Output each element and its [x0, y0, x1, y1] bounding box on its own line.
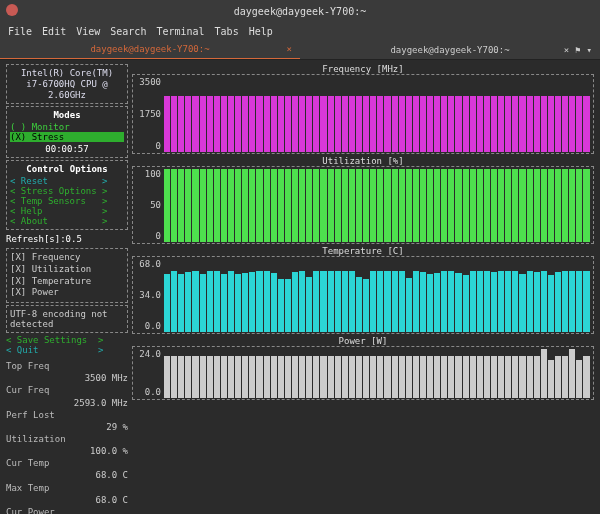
bar — [441, 271, 447, 332]
menu-help[interactable]: Help — [249, 26, 273, 37]
ctrl-tempsensors[interactable]: < Temp Sensors > — [10, 196, 124, 206]
bar — [498, 169, 504, 242]
save-settings[interactable]: < Save Settings > — [6, 335, 128, 345]
tab-1[interactable]: daygeek@daygeek-Y700:~ × — [0, 40, 300, 59]
menu-edit[interactable]: Edit — [42, 26, 66, 37]
bar — [420, 169, 426, 242]
tab-2[interactable]: daygeek@daygeek-Y700:~ × ⚑ ▾ — [300, 40, 600, 59]
bar — [178, 274, 184, 332]
bar — [512, 96, 518, 152]
bar — [200, 274, 206, 332]
bookmark-icon[interactable]: ⚑ — [575, 45, 580, 55]
bar — [342, 271, 348, 332]
bar — [356, 356, 362, 398]
bar — [527, 96, 533, 152]
bar — [477, 356, 483, 398]
bar — [342, 356, 348, 398]
mode-stress[interactable]: (X) Stress — [10, 132, 124, 142]
ctrl-help[interactable]: < Help > — [10, 206, 124, 216]
bar — [299, 356, 305, 398]
bar — [427, 356, 433, 398]
ctrl-reset[interactable]: < Reset > — [10, 176, 124, 186]
bar — [264, 169, 270, 242]
stat-value: 29 % — [6, 421, 128, 433]
y-axis: 24.00.0 — [133, 347, 163, 399]
bar — [349, 96, 355, 152]
bar — [477, 169, 483, 242]
bar — [164, 274, 170, 332]
bar — [235, 274, 241, 332]
bar — [448, 96, 454, 152]
bar — [498, 356, 504, 398]
ctrl-stress[interactable]: < Stress Options > — [10, 186, 124, 196]
bar — [512, 356, 518, 398]
ctrl-about[interactable]: < About > — [10, 216, 124, 226]
menu-view[interactable]: View — [76, 26, 100, 37]
bar — [583, 169, 589, 242]
bar — [264, 356, 270, 398]
bar — [249, 356, 255, 398]
bar — [328, 271, 334, 332]
menubar: File Edit View Search Terminal Tabs Help — [0, 22, 600, 40]
menu-search[interactable]: Search — [110, 26, 146, 37]
bar — [477, 271, 483, 332]
bar — [221, 169, 227, 242]
close-tab-icon[interactable]: × — [564, 45, 569, 55]
bar — [306, 169, 312, 242]
bar — [285, 279, 291, 332]
y-axis: 68.034.00.0 — [133, 257, 163, 333]
bar — [320, 169, 326, 242]
bar — [583, 96, 589, 152]
bar — [555, 169, 561, 242]
bar — [271, 356, 277, 398]
chart-title: Temperature [C] — [132, 246, 594, 256]
bar — [534, 169, 540, 242]
menu-tabs[interactable]: Tabs — [215, 26, 239, 37]
window-title: daygeek@daygeek-Y700:~ — [234, 6, 366, 17]
bar — [178, 169, 184, 242]
bar — [392, 169, 398, 242]
menu-file[interactable]: File — [8, 26, 32, 37]
sidebar: Intel(R) Core(TM) i7-6700HQ CPU @ 2.60GH… — [6, 64, 128, 508]
bar — [235, 356, 241, 398]
plot-area — [163, 347, 593, 399]
bar — [185, 169, 191, 242]
bar — [342, 96, 348, 152]
bar — [413, 169, 419, 242]
bar — [527, 271, 533, 332]
chevron-down-icon[interactable]: ▾ — [587, 45, 592, 55]
bar — [278, 356, 284, 398]
menu-terminal[interactable]: Terminal — [156, 26, 204, 37]
bar — [221, 274, 227, 332]
stress-timer: 00:00:57 — [10, 144, 124, 154]
bar — [271, 96, 277, 152]
bar — [171, 356, 177, 398]
bar — [455, 169, 461, 242]
chk-temperature[interactable]: [X] Temperature — [10, 276, 124, 288]
bar — [505, 169, 511, 242]
bar — [512, 271, 518, 332]
bar — [413, 96, 419, 152]
bar — [505, 96, 511, 152]
close-icon[interactable] — [6, 4, 18, 16]
chk-frequency[interactable]: [X] Frequency — [10, 252, 124, 264]
bar — [399, 356, 405, 398]
bar — [235, 169, 241, 242]
bar — [256, 169, 262, 242]
bar — [228, 356, 234, 398]
close-tab-icon[interactable]: × — [287, 44, 292, 54]
chk-utilization[interactable]: [X] Utilization — [10, 264, 124, 276]
chk-power[interactable]: [X] Power — [10, 287, 124, 299]
bar — [455, 96, 461, 152]
bar — [448, 356, 454, 398]
bar — [256, 96, 262, 152]
bar — [285, 96, 291, 152]
bar — [320, 356, 326, 398]
bar — [299, 96, 305, 152]
bar — [256, 271, 262, 332]
bar — [335, 356, 341, 398]
bar — [441, 169, 447, 242]
quit[interactable]: < Quit > — [6, 345, 128, 355]
mode-monitor[interactable]: ( ) Monitor — [10, 122, 124, 132]
terminal-area: Intel(R) Core(TM) i7-6700HQ CPU @ 2.60GH… — [0, 60, 600, 514]
